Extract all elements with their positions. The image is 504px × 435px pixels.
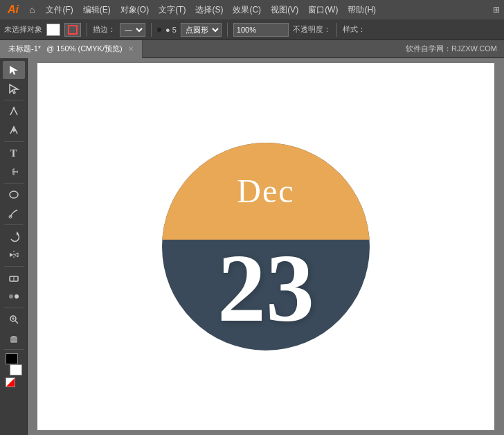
tool-sep-6 (4, 308, 24, 308)
separator-3 (227, 23, 228, 37)
calendar-icon: Dec 23 (162, 143, 370, 350)
calendar-day: 23 (162, 240, 370, 337)
menu-view[interactable]: 视图(V) (267, 3, 303, 17)
active-tab[interactable]: 未标题-1* @ 150% (CMYK/预览) ✕ (0, 40, 143, 58)
dot-indicator (157, 28, 161, 32)
site-label: 软件自学网：RJZXW.COM (406, 44, 504, 54)
separator-2 (151, 23, 152, 37)
workspace-icon[interactable]: ⊞ (493, 5, 500, 15)
tab-info: @ 150% (CMYK/预览) (46, 44, 123, 54)
options-bar: 未选择对象 描边： — ● 5 点圆形 不透明度： 样式： (0, 19, 504, 40)
foreground-color[interactable] (6, 353, 18, 364)
tool-sep-3 (4, 183, 24, 184)
zoom-tool[interactable] (3, 310, 25, 328)
calendar-month: Dec (162, 172, 370, 210)
menu-help[interactable]: 帮助(H) (343, 3, 380, 17)
opacity-input[interactable] (233, 23, 289, 37)
svg-text:T: T (10, 169, 19, 175)
stroke-select[interactable]: — (120, 23, 145, 37)
style-label: 样式： (343, 24, 366, 35)
selection-tool[interactable] (3, 61, 25, 79)
hand-tool[interactable] (3, 329, 25, 347)
main-layout: T T (0, 58, 504, 435)
tool-sep-7 (4, 349, 24, 350)
ellipse-tool[interactable] (3, 186, 25, 204)
svg-point-16 (9, 294, 13, 299)
tab-close-btn[interactable]: ✕ (128, 45, 134, 53)
menu-select[interactable]: 选择(S) (191, 3, 227, 17)
separator-4 (336, 23, 337, 37)
toolbar: T T (0, 58, 28, 435)
tool-sep-5 (4, 266, 24, 267)
stroke-label: 描边： (93, 24, 116, 35)
home-icon[interactable]: ⌂ (29, 4, 35, 15)
stroke-icon-btn[interactable] (64, 23, 81, 37)
pencil-tool[interactable] (3, 204, 25, 222)
svg-rect-0 (69, 26, 77, 34)
svg-point-3 (12, 107, 15, 109)
opacity-label: 不透明度： (293, 24, 331, 35)
separator-1 (87, 23, 87, 37)
svg-point-17 (15, 294, 19, 299)
pen-tool[interactable] (3, 103, 25, 121)
dot-label: ● 5 (165, 26, 177, 34)
rotate-tool[interactable] (3, 227, 25, 245)
shape-select[interactable]: 点圆形 (181, 23, 222, 37)
menu-file[interactable]: 文件(F) (42, 3, 77, 17)
menu-text[interactable]: 文字(T) (154, 3, 190, 17)
svg-marker-12 (10, 253, 13, 257)
menu-object[interactable]: 对象(O) (116, 3, 153, 17)
svg-marker-13 (15, 253, 18, 257)
app-logo: Ai (4, 3, 22, 16)
canvas-area: Dec 23 (28, 58, 504, 435)
direct-selection-tool[interactable] (3, 80, 25, 98)
menu-effect[interactable]: 效果(C) (228, 3, 265, 17)
add-anchor-tool[interactable] (3, 121, 25, 139)
blend-tool[interactable] (3, 287, 25, 305)
svg-marker-1 (10, 66, 18, 75)
background-color[interactable] (10, 364, 22, 375)
svg-point-8 (10, 191, 18, 198)
fill-stroke-indicator[interactable] (6, 378, 15, 387)
color-swatches (3, 353, 25, 375)
menu-bar: 文件(F) 编辑(E) 对象(O) 文字(T) 选择(S) 效果(C) 视图(V… (42, 3, 486, 17)
reflect-tool[interactable] (3, 246, 25, 264)
title-bar: Ai ⌂ 文件(F) 编辑(E) 对象(O) 文字(T) 选择(S) 效果(C)… (0, 0, 504, 19)
tool-sep-1 (4, 100, 24, 100)
tab-bar: 未标题-1* @ 150% (CMYK/预览) ✕ 软件自学网：RJZXW.CO… (0, 40, 504, 58)
stroke-fill-icon (3, 378, 25, 394)
svg-line-19 (15, 321, 18, 323)
vertical-type-tool[interactable]: T (3, 163, 25, 181)
menu-window[interactable]: 窗口(W) (304, 3, 342, 17)
title-right: ⊞ (493, 5, 500, 15)
tool-sep-2 (4, 141, 24, 142)
eraser-tool[interactable] (3, 269, 25, 287)
tool-sep-4 (4, 224, 24, 225)
canvas-background: Dec 23 (37, 63, 494, 430)
svg-marker-2 (10, 85, 18, 94)
tab-name: 未标题-1* (8, 44, 41, 54)
no-selection-label: 未选择对象 (4, 24, 42, 35)
menu-edit[interactable]: 编辑(E) (79, 3, 115, 17)
fill-swatch[interactable] (46, 24, 60, 36)
type-tool[interactable]: T (3, 144, 25, 162)
